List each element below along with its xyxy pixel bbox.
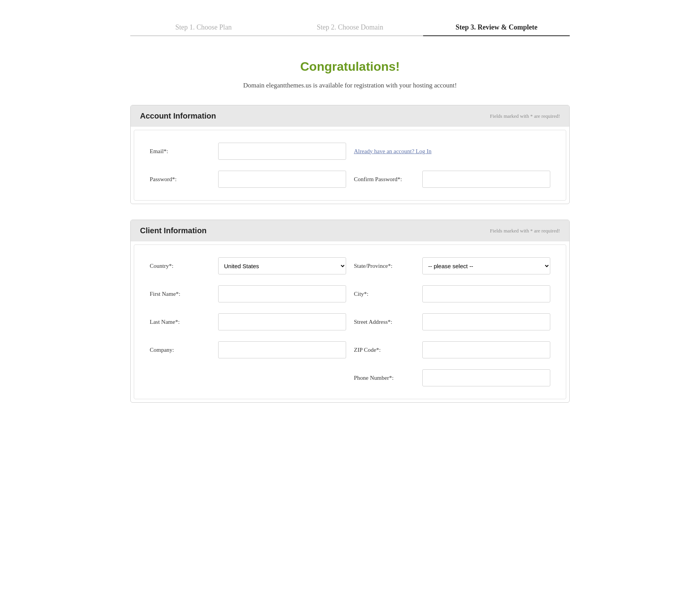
lastname-half: Last Name*:	[150, 313, 346, 330]
confirm-password-label: Confirm Password*:	[354, 176, 416, 183]
zip-half: ZIP Code*:	[354, 341, 550, 358]
firstname-half: First Name*:	[150, 285, 346, 302]
country-state-row: Country*: United States State/Province*:…	[150, 257, 550, 274]
city-input[interactable]	[422, 285, 550, 302]
account-section-title: Account Information	[140, 112, 216, 121]
password-half: Password*:	[150, 171, 346, 188]
zip-label: ZIP Code*:	[354, 347, 416, 353]
account-required-note: Fields marked with * are required!	[490, 113, 560, 119]
company-input[interactable]	[218, 341, 346, 358]
state-label: State/Province*:	[354, 263, 416, 269]
company-label: Company:	[150, 347, 212, 353]
lastname-street-row: Last Name*: Street Address*:	[150, 313, 550, 330]
company-half: Company:	[150, 341, 346, 358]
client-section-header: Client Information Fields marked with * …	[131, 220, 569, 241]
step-3-label: Step 3. Review & Complete	[455, 23, 537, 31]
step-1-line	[130, 35, 277, 36]
state-half: State/Province*: -- please select --	[354, 257, 550, 274]
account-section-header: Account Information Fields marked with *…	[131, 105, 569, 127]
email-label: Email*:	[150, 148, 212, 155]
state-select[interactable]: -- please select --	[422, 257, 550, 274]
step-3: Step 3. Review & Complete	[423, 23, 570, 36]
step-1: Step 1. Choose Plan	[130, 23, 277, 36]
last-name-input[interactable]	[218, 313, 346, 330]
step-2: Step 2. Choose Domain	[277, 23, 424, 36]
email-row: Email*: Already have an account? Log In	[150, 143, 550, 160]
step-2-line	[277, 35, 424, 36]
congrats-text: Domain elegantthemes.us is available for…	[130, 82, 570, 89]
country-select[interactable]: United States	[218, 257, 346, 274]
client-section-title: Client Information	[140, 226, 206, 235]
last-name-label: Last Name*:	[150, 319, 212, 325]
already-account-link[interactable]: Already have an account? Log In	[354, 148, 432, 155]
client-required-note: Fields marked with * are required!	[490, 228, 560, 234]
phone-half: Phone Number*:	[354, 369, 550, 386]
confirm-password-input[interactable]	[422, 171, 550, 188]
street-label: Street Address*:	[354, 319, 416, 325]
city-label: City*:	[354, 291, 416, 297]
firstname-city-row: First Name*: City*:	[150, 285, 550, 302]
company-zip-row: Company: ZIP Code*:	[150, 341, 550, 358]
already-account-half: Already have an account? Log In	[354, 148, 550, 155]
step-3-line	[423, 35, 570, 36]
account-information-section: Account Information Fields marked with *…	[130, 105, 570, 204]
password-input[interactable]	[218, 171, 346, 188]
email-half: Email*:	[150, 143, 346, 160]
country-label: Country*:	[150, 263, 212, 269]
phone-label: Phone Number*:	[354, 375, 416, 381]
first-name-label: First Name*:	[150, 291, 212, 297]
step-2-label: Step 2. Choose Domain	[317, 23, 383, 31]
password-row: Password*: Confirm Password*:	[150, 171, 550, 188]
steps-nav: Step 1. Choose Plan Step 2. Choose Domai…	[130, 23, 570, 36]
country-half: Country*: United States	[150, 257, 346, 274]
street-half: Street Address*:	[354, 313, 550, 330]
password-label: Password*:	[150, 176, 212, 183]
street-input[interactable]	[422, 313, 550, 330]
confirm-password-half: Confirm Password*:	[354, 171, 550, 188]
city-half: City*:	[354, 285, 550, 302]
email-input[interactable]	[218, 143, 346, 160]
congrats-title: Congratulations!	[130, 59, 570, 74]
account-section-body: Email*: Already have an account? Log In …	[134, 130, 566, 201]
zip-input[interactable]	[422, 341, 550, 358]
first-name-input[interactable]	[218, 285, 346, 302]
step-1-label: Step 1. Choose Plan	[175, 23, 232, 31]
client-information-section: Client Information Fields marked with * …	[130, 220, 570, 403]
client-section-body: Country*: United States State/Province*:…	[134, 244, 566, 399]
phone-input[interactable]	[422, 369, 550, 386]
page-wrapper: Step 1. Choose Plan Step 2. Choose Domai…	[122, 0, 578, 442]
phone-row: Phone Number*:	[150, 369, 550, 386]
